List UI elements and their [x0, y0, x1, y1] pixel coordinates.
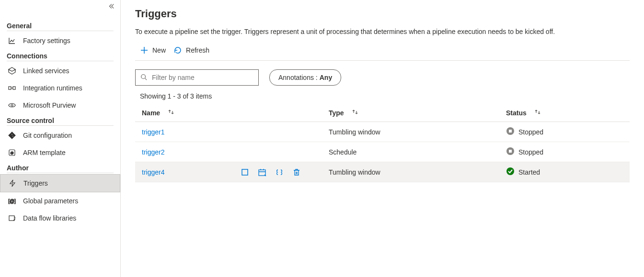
- delete-action-icon[interactable]: [292, 168, 301, 177]
- triggers-table: Name Type Status trigger1Tumbling window…: [135, 104, 630, 182]
- section-title: Author: [0, 161, 120, 173]
- page-title: Triggers: [135, 8, 630, 20]
- section-title: General: [0, 19, 120, 31]
- status-text: Started: [518, 168, 540, 176]
- sidebar-item-label: Git configuration: [23, 132, 72, 139]
- trigger-type: Schedule: [322, 142, 499, 162]
- sidebar-item-label: Microsoft Purview: [23, 101, 76, 109]
- table-row[interactable]: trigger2ScheduleStopped: [135, 142, 630, 162]
- row-actions: [241, 168, 315, 177]
- sidebar-item-integration-runtimes[interactable]: Integration runtimes: [0, 79, 120, 97]
- status-stopped-icon: [506, 147, 515, 157]
- new-label: New: [152, 46, 166, 54]
- section-title: Connections: [0, 49, 120, 61]
- sidebar-item-data-flow-libraries[interactable]: Data flow libraries: [0, 210, 120, 227]
- sort-icon: [534, 109, 541, 117]
- bolt-icon: [8, 179, 17, 188]
- svg-point-3: [12, 134, 12, 135]
- sidebar-item-global-parameters[interactable]: [@]Global parameters: [0, 192, 120, 210]
- column-name-header[interactable]: Name: [135, 104, 322, 122]
- sidebar-item-label: Triggers: [23, 179, 48, 187]
- svg-rect-0: [9, 87, 11, 89]
- svg-rect-8: [9, 216, 14, 221]
- table-row[interactable]: trigger4Tumbling windowStarted: [135, 162, 630, 182]
- status-text: Stopped: [518, 128, 543, 136]
- sidebar-item-label: Global parameters: [23, 197, 78, 205]
- main-content: Triggers To execute a pipeline set the t…: [121, 0, 644, 277]
- svg-point-2: [11, 104, 13, 106]
- status-started-icon: [506, 167, 515, 177]
- sidebar-item-linked-services[interactable]: Linked services: [0, 62, 120, 79]
- sort-icon: [352, 109, 358, 117]
- column-type-header[interactable]: Type: [322, 104, 499, 122]
- svg-rect-1: [13, 87, 15, 89]
- filter-input[interactable]: [151, 73, 253, 82]
- git-icon: [8, 131, 16, 140]
- search-icon: [140, 74, 147, 82]
- filter-input-wrapper[interactable]: [135, 69, 259, 86]
- sidebar-item-triggers[interactable]: Triggers: [0, 174, 120, 192]
- section-title: Source control: [0, 114, 120, 125]
- trigger-name-link[interactable]: trigger4: [142, 168, 164, 176]
- sidebar-item-label: Integration runtimes: [23, 84, 82, 92]
- svg-point-4: [12, 136, 13, 137]
- toolbar: New Refresh: [135, 44, 630, 61]
- svg-point-9: [141, 74, 146, 78]
- sidebar-item-label: Data flow libraries: [23, 214, 76, 222]
- sidebar-item-arm-template[interactable]: @ARM template: [0, 144, 120, 161]
- new-button[interactable]: New: [140, 46, 166, 55]
- sidebar-item-factory-settings[interactable]: Factory settings: [0, 32, 120, 49]
- cube-icon: [8, 66, 16, 75]
- svg-point-16: [506, 167, 514, 175]
- refresh-button[interactable]: Refresh: [173, 46, 209, 55]
- svg-text:[@]: [@]: [8, 199, 16, 204]
- stop-action-icon[interactable]: [241, 168, 249, 177]
- annotations-value: Any: [320, 74, 332, 81]
- trigger-type: Tumbling window: [322, 122, 499, 142]
- status-text: Stopped: [518, 148, 543, 156]
- schedule-action-icon[interactable]: [258, 168, 266, 177]
- results-count: Showing 1 - 3 of 3 items: [140, 92, 630, 100]
- refresh-label: Refresh: [186, 46, 209, 54]
- param-icon: [@]: [8, 197, 16, 205]
- svg-rect-11: [509, 130, 512, 133]
- svg-rect-14: [242, 169, 248, 175]
- sidebar-item-microsoft-purview[interactable]: Microsoft Purview: [0, 97, 120, 114]
- plus-icon: [140, 46, 149, 55]
- svg-text:@: @: [10, 151, 13, 155]
- eye-icon: [8, 101, 16, 110]
- trigger-name-link[interactable]: trigger1: [142, 128, 164, 136]
- arm-icon: @: [8, 148, 16, 157]
- refresh-icon: [173, 46, 182, 55]
- chart-icon: [8, 36, 16, 45]
- trigger-type: Tumbling window: [322, 162, 499, 182]
- svg-rect-13: [509, 150, 512, 153]
- column-status-header[interactable]: Status: [499, 104, 630, 122]
- status-stopped-icon: [506, 127, 515, 137]
- library-icon: [8, 214, 16, 222]
- sort-icon: [168, 109, 174, 117]
- page-description: To execute a pipeline set the trigger. T…: [135, 28, 630, 35]
- table-row[interactable]: trigger1Tumbling windowStopped: [135, 122, 630, 142]
- sidebar: GeneralFactory settingsConnectionsLinked…: [0, 0, 121, 277]
- sidebar-item-label: Linked services: [23, 67, 69, 75]
- sidebar-item-git-configuration[interactable]: Git configuration: [0, 127, 120, 144]
- annotations-filter[interactable]: Annotations : Any: [269, 69, 341, 86]
- filter-row: Annotations : Any: [135, 69, 630, 86]
- sidebar-item-label: Factory settings: [23, 37, 70, 44]
- annotations-label: Annotations :: [278, 74, 318, 81]
- collapse-sidebar-button[interactable]: [108, 3, 115, 11]
- trigger-name-link[interactable]: trigger2: [142, 148, 164, 156]
- sidebar-item-label: ARM template: [23, 149, 66, 156]
- runtime-icon: [8, 84, 16, 92]
- code-action-icon[interactable]: [275, 168, 284, 177]
